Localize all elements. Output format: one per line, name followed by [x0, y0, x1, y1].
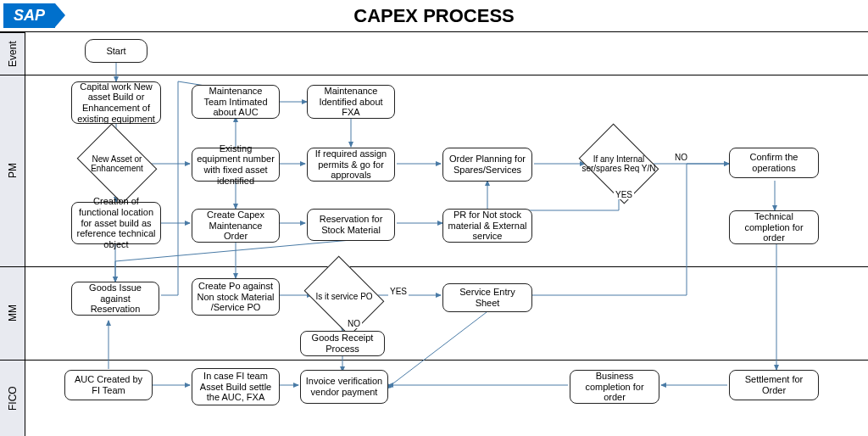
lane-labels: Event PM MM FICO	[0, 32, 25, 436]
node-settlement: Settlement for Order	[729, 370, 819, 400]
node-capital-work: Capital work New asset Build or Enhancem…	[71, 81, 161, 124]
decision-service-po: Is it service PO	[312, 271, 376, 321]
node-goods-receipt: Goods Receipt Process	[300, 331, 385, 356]
node-service-entry: Service Entry Sheet	[442, 283, 532, 312]
start-node: Start	[85, 39, 147, 63]
divider	[25, 266, 868, 267]
lane-event: Event	[0, 32, 25, 75]
node-invoice: Invoice verification vendor payment	[300, 370, 388, 404]
node-maint-fxa: Maintenance Identified about FXA	[307, 85, 395, 119]
node-existing-eq: Existing equipment number with fixed ass…	[192, 148, 280, 182]
decision-new-asset: New Asset or Enhancement	[85, 139, 149, 188]
edge-no: NO	[673, 153, 689, 162]
node-settle-auc: In case FI team Asset Build settle the A…	[192, 368, 280, 405]
edge-yes: YES	[614, 190, 634, 199]
node-confirm-ops: Confirm the operations	[729, 148, 819, 178]
node-assign-permits: If required assign permits & go for appr…	[307, 148, 395, 182]
lane-mm: MM	[0, 266, 25, 360]
edge-no-2: NO	[346, 319, 362, 328]
canvas: Start Capital work New asset Build or En…	[25, 32, 868, 436]
lane-pm: PM	[0, 75, 25, 266]
node-func-loc: Creation of functional location for asse…	[71, 202, 161, 244]
divider	[25, 75, 868, 75]
node-auc-created: AUC Created by FI Team	[64, 370, 153, 400]
edge-yes-2: YES	[388, 287, 409, 296]
decision-spares: If any Internal ser/spares Req Y/N	[587, 139, 651, 188]
node-maint-auc: Maintenance Team Intimated about AUC	[192, 85, 280, 119]
node-order-plan: Order Planning for Spares/Services	[442, 148, 532, 182]
sap-logo: SAP	[3, 3, 55, 28]
node-create-capex: Create Capex Maintenance Order	[192, 209, 280, 243]
page-title: CAPEX PROCESS	[353, 5, 515, 27]
node-create-po: Create Po against Non stock Material /Se…	[192, 278, 280, 316]
header: SAP CAPEX PROCESS	[0, 0, 868, 32]
node-reservation: Reservation for Stock Material	[307, 209, 395, 241]
swimlane-container: Event PM MM FICO	[0, 32, 868, 436]
lane-fico: FICO	[0, 360, 25, 436]
node-tech-complete: Technical completion for order	[729, 210, 819, 244]
node-biz-complete: Business completion for order	[570, 370, 659, 404]
node-pr-nonstock: PR for Not stock material & External ser…	[442, 209, 532, 243]
node-goods-issue: Goods Issue against Reservation	[71, 282, 159, 316]
divider	[25, 360, 868, 361]
